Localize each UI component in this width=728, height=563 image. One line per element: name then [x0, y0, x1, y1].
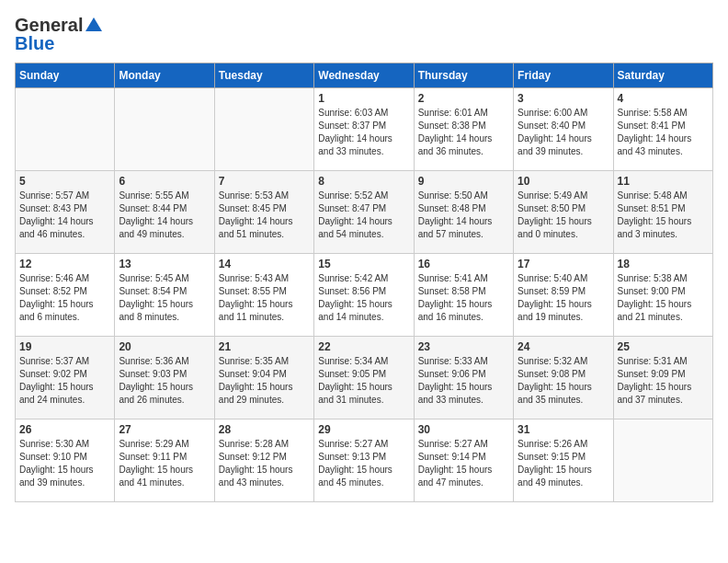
calendar-table: SundayMondayTuesdayWednesdayThursdayFrid… [15, 63, 713, 502]
day-details: Sunrise: 6:00 AM Sunset: 8:40 PM Dayligh… [518, 107, 609, 158]
day-number: 3 [518, 92, 609, 105]
day-header-thursday: Thursday [414, 63, 513, 88]
empty-cell [16, 88, 115, 171]
day-header-friday: Friday [514, 63, 613, 88]
empty-cell [613, 419, 712, 502]
day-number: 6 [119, 175, 210, 188]
day-cell-4: 4Sunrise: 5:58 AM Sunset: 8:41 PM Daylig… [613, 88, 712, 171]
day-cell-6: 6Sunrise: 5:55 AM Sunset: 8:44 PM Daylig… [115, 171, 214, 254]
day-number: 23 [418, 340, 509, 353]
day-details: Sunrise: 5:33 AM Sunset: 9:06 PM Dayligh… [418, 355, 509, 407]
day-details: Sunrise: 5:58 AM Sunset: 8:41 PM Dayligh… [618, 107, 709, 158]
week-row-1: 1Sunrise: 6:03 AM Sunset: 8:37 PM Daylig… [16, 88, 713, 171]
day-header-wednesday: Wednesday [314, 63, 414, 88]
day-details: Sunrise: 5:37 AM Sunset: 9:02 PM Dayligh… [19, 355, 110, 407]
days-header-row: SundayMondayTuesdayWednesdayThursdayFrid… [16, 63, 713, 88]
day-cell-26: 26Sunrise: 5:30 AM Sunset: 9:10 PM Dayli… [16, 419, 115, 502]
day-number: 9 [418, 175, 509, 188]
day-cell-28: 28Sunrise: 5:28 AM Sunset: 9:12 PM Dayli… [214, 419, 313, 502]
day-number: 28 [219, 423, 310, 436]
empty-cell [214, 88, 313, 171]
day-cell-25: 25Sunrise: 5:31 AM Sunset: 9:09 PM Dayli… [613, 337, 712, 419]
day-details: Sunrise: 5:46 AM Sunset: 8:52 PM Dayligh… [19, 272, 110, 324]
week-row-2: 5Sunrise: 5:57 AM Sunset: 8:43 PM Daylig… [16, 171, 713, 254]
week-row-5: 26Sunrise: 5:30 AM Sunset: 9:10 PM Dayli… [16, 419, 713, 502]
day-cell-22: 22Sunrise: 5:34 AM Sunset: 9:05 PM Dayli… [314, 337, 414, 419]
day-number: 25 [618, 340, 709, 353]
day-number: 17 [518, 258, 609, 270]
day-details: Sunrise: 5:41 AM Sunset: 8:58 PM Dayligh… [418, 272, 509, 324]
page-header: General Blue [15, 15, 713, 53]
day-cell-30: 30Sunrise: 5:27 AM Sunset: 9:14 PM Dayli… [414, 419, 513, 502]
day-details: Sunrise: 5:48 AM Sunset: 8:51 PM Dayligh… [618, 190, 709, 241]
week-row-4: 19Sunrise: 5:37 AM Sunset: 9:02 PM Dayli… [16, 337, 713, 419]
day-number: 31 [518, 423, 609, 436]
day-number: 20 [119, 340, 210, 353]
day-details: Sunrise: 5:45 AM Sunset: 8:54 PM Dayligh… [119, 272, 210, 324]
week-row-3: 12Sunrise: 5:46 AM Sunset: 8:52 PM Dayli… [16, 254, 713, 337]
day-details: Sunrise: 5:26 AM Sunset: 9:15 PM Dayligh… [518, 438, 609, 489]
day-details: Sunrise: 5:57 AM Sunset: 8:43 PM Dayligh… [19, 190, 110, 241]
day-cell-19: 19Sunrise: 5:37 AM Sunset: 9:02 PM Dayli… [16, 337, 115, 419]
day-number: 22 [318, 340, 409, 353]
day-details: Sunrise: 6:01 AM Sunset: 8:38 PM Dayligh… [418, 107, 509, 158]
day-details: Sunrise: 5:50 AM Sunset: 8:48 PM Dayligh… [418, 190, 509, 241]
day-number: 26 [19, 423, 110, 436]
day-details: Sunrise: 5:53 AM Sunset: 8:45 PM Dayligh… [219, 190, 310, 241]
day-number: 4 [618, 92, 709, 105]
day-number: 12 [19, 258, 110, 270]
day-details: Sunrise: 5:28 AM Sunset: 9:12 PM Dayligh… [219, 438, 310, 489]
day-cell-23: 23Sunrise: 5:33 AM Sunset: 9:06 PM Dayli… [414, 337, 513, 419]
day-header-sunday: Sunday [16, 63, 115, 88]
day-number: 27 [119, 423, 210, 436]
day-number: 16 [418, 258, 509, 270]
day-number: 10 [518, 175, 609, 188]
day-number: 8 [318, 175, 409, 188]
day-details: Sunrise: 5:43 AM Sunset: 8:55 PM Dayligh… [219, 272, 310, 324]
day-cell-8: 8Sunrise: 5:52 AM Sunset: 8:47 PM Daylig… [314, 171, 414, 254]
day-cell-27: 27Sunrise: 5:29 AM Sunset: 9:11 PM Dayli… [115, 419, 214, 502]
day-details: Sunrise: 5:29 AM Sunset: 9:11 PM Dayligh… [119, 438, 210, 489]
day-cell-31: 31Sunrise: 5:26 AM Sunset: 9:15 PM Dayli… [514, 419, 613, 502]
svg-marker-0 [85, 17, 102, 31]
day-details: Sunrise: 5:36 AM Sunset: 9:03 PM Dayligh… [119, 355, 210, 407]
day-number: 13 [119, 258, 210, 270]
day-number: 7 [219, 175, 310, 188]
day-cell-20: 20Sunrise: 5:36 AM Sunset: 9:03 PM Dayli… [115, 337, 214, 419]
day-number: 29 [318, 423, 409, 436]
day-number: 15 [318, 258, 409, 270]
day-cell-10: 10Sunrise: 5:49 AM Sunset: 8:50 PM Dayli… [514, 171, 613, 254]
day-details: Sunrise: 5:55 AM Sunset: 8:44 PM Dayligh… [119, 190, 210, 241]
logo: General Blue [15, 15, 103, 53]
day-cell-18: 18Sunrise: 5:38 AM Sunset: 9:00 PM Dayli… [613, 254, 712, 337]
day-cell-17: 17Sunrise: 5:40 AM Sunset: 8:59 PM Dayli… [514, 254, 613, 337]
day-cell-29: 29Sunrise: 5:27 AM Sunset: 9:13 PM Dayli… [314, 419, 414, 502]
day-cell-11: 11Sunrise: 5:48 AM Sunset: 8:51 PM Dayli… [613, 171, 712, 254]
day-cell-2: 2Sunrise: 6:01 AM Sunset: 8:38 PM Daylig… [414, 88, 513, 171]
day-details: Sunrise: 5:27 AM Sunset: 9:13 PM Dayligh… [318, 438, 409, 489]
day-cell-5: 5Sunrise: 5:57 AM Sunset: 8:43 PM Daylig… [16, 171, 115, 254]
day-details: Sunrise: 5:38 AM Sunset: 9:00 PM Dayligh… [618, 272, 709, 324]
day-number: 14 [219, 258, 310, 270]
day-number: 30 [418, 423, 509, 436]
day-cell-3: 3Sunrise: 6:00 AM Sunset: 8:40 PM Daylig… [514, 88, 613, 171]
day-details: Sunrise: 5:42 AM Sunset: 8:56 PM Dayligh… [318, 272, 409, 324]
day-details: Sunrise: 5:40 AM Sunset: 8:59 PM Dayligh… [518, 272, 609, 324]
day-details: Sunrise: 5:31 AM Sunset: 9:09 PM Dayligh… [618, 355, 709, 407]
day-details: Sunrise: 6:03 AM Sunset: 8:37 PM Dayligh… [318, 107, 409, 158]
day-header-tuesday: Tuesday [214, 63, 313, 88]
day-details: Sunrise: 5:35 AM Sunset: 9:04 PM Dayligh… [219, 355, 310, 407]
day-details: Sunrise: 5:52 AM Sunset: 8:47 PM Dayligh… [318, 190, 409, 241]
day-header-monday: Monday [115, 63, 214, 88]
day-number: 2 [418, 92, 509, 105]
day-cell-16: 16Sunrise: 5:41 AM Sunset: 8:58 PM Dayli… [414, 254, 513, 337]
day-details: Sunrise: 5:30 AM Sunset: 9:10 PM Dayligh… [19, 438, 110, 489]
day-cell-24: 24Sunrise: 5:32 AM Sunset: 9:08 PM Dayli… [514, 337, 613, 419]
day-header-saturday: Saturday [613, 63, 712, 88]
day-cell-15: 15Sunrise: 5:42 AM Sunset: 8:56 PM Dayli… [314, 254, 414, 337]
day-details: Sunrise: 5:32 AM Sunset: 9:08 PM Dayligh… [518, 355, 609, 407]
day-cell-12: 12Sunrise: 5:46 AM Sunset: 8:52 PM Dayli… [16, 254, 115, 337]
day-cell-14: 14Sunrise: 5:43 AM Sunset: 8:55 PM Dayli… [214, 254, 313, 337]
day-number: 11 [618, 175, 709, 188]
day-number: 1 [318, 92, 409, 105]
